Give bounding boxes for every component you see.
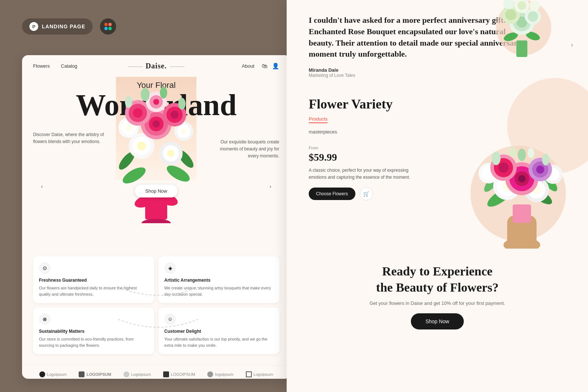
logo-1: Logoipsum bbox=[39, 371, 67, 377]
logo-6: Logoipsum bbox=[246, 371, 273, 377]
svg-point-79 bbox=[518, 149, 526, 161]
nav-logo: Daise. bbox=[125, 62, 187, 70]
nav-catalog[interactable]: Catalog bbox=[61, 63, 78, 69]
svg-point-48 bbox=[517, 1, 526, 10]
svg-point-1 bbox=[141, 219, 171, 223]
hero-content: Discover Daise, where the artistry of fl… bbox=[33, 124, 279, 249]
artistic-icon: ◈ bbox=[164, 262, 176, 274]
freshness-desc: Our flowers are handpicked daily to ensu… bbox=[39, 285, 148, 297]
product-section: From $59.99 A classic choice, perfect fo… bbox=[287, 142, 588, 252]
svg-point-32 bbox=[153, 99, 159, 105]
svg-point-29 bbox=[171, 111, 179, 119]
svg-point-50 bbox=[530, 0, 540, 11]
nav-about[interactable]: About bbox=[242, 63, 254, 69]
logo-4: LOGOIPSUM bbox=[163, 371, 196, 377]
feature-freshness: ⊙ Freshness Guaranteed Our flowers are h… bbox=[33, 256, 154, 303]
logo-5: logoipsum bbox=[207, 371, 233, 377]
product-info: From $59.99 A classic choice, perfect fo… bbox=[309, 146, 437, 200]
logos-row: Logoipsum LOGOIPSUM Logoipsum LOGOIPSUM … bbox=[22, 365, 290, 379]
artistic-desc: We create unique, stunning artsy bouquet… bbox=[164, 285, 273, 297]
cta-title: Ready to Experience the Beauty of Flower… bbox=[309, 263, 566, 296]
product-from-label: From bbox=[309, 146, 437, 150]
svg-point-13 bbox=[167, 150, 175, 157]
left-landing-card: Flowers Catalog Daise. About 🛍 👤 Your Fl… bbox=[22, 55, 290, 379]
delight-icon: ☺ bbox=[164, 313, 176, 325]
nav-flowers[interactable]: Flowers bbox=[33, 63, 50, 69]
feature-artistic: ◈ Artistic Arrangements We create unique… bbox=[158, 256, 279, 303]
svg-point-34 bbox=[160, 87, 167, 99]
svg-point-23 bbox=[153, 120, 160, 128]
svg-point-77 bbox=[536, 165, 544, 174]
product-desc: A classic choice, perfect for your way o… bbox=[309, 167, 412, 181]
choose-flowers-button[interactable]: Choose Flowers bbox=[309, 188, 355, 200]
navigation: Flowers Catalog Daise. About 🛍 👤 bbox=[22, 55, 290, 77]
freshness-icon: ⊙ bbox=[39, 262, 51, 274]
figma-icon[interactable] bbox=[100, 18, 116, 35]
variety-section: Flower Variety Products masterpieces bbox=[287, 89, 588, 142]
add-to-cart-button[interactable]: 🛒 bbox=[360, 187, 373, 200]
svg-point-82 bbox=[528, 148, 534, 158]
nav-links: Flowers Catalog bbox=[33, 63, 77, 69]
landing-page-badge: P LANDING PAGE bbox=[22, 18, 93, 35]
features-grid: ⊙ Freshness Guaranteed Our flowers are h… bbox=[22, 249, 290, 361]
testimonial-author: Miranda Dale bbox=[309, 67, 566, 73]
svg-rect-37 bbox=[516, 40, 527, 57]
svg-point-80 bbox=[542, 154, 549, 165]
toolbar: P LANDING PAGE bbox=[22, 18, 116, 35]
cta-shop-now-button[interactable]: Shop Now bbox=[411, 313, 464, 329]
svg-point-35 bbox=[125, 96, 132, 108]
freshness-title: Freshness Guaranteed bbox=[39, 278, 148, 283]
badge-text: LANDING PAGE bbox=[42, 24, 85, 29]
hero-left-text: Discover Daise, where the artistry of fl… bbox=[33, 124, 107, 145]
right-card: I couldn't have asked for a more perfect… bbox=[287, 0, 588, 392]
svg-point-71 bbox=[518, 175, 526, 182]
delight-desc: Your ultimate satisfaction is our top pr… bbox=[164, 336, 273, 348]
variety-subtitle: Products bbox=[309, 116, 327, 123]
svg-point-19 bbox=[181, 128, 187, 134]
svg-point-16 bbox=[125, 124, 132, 131]
hero-flower: Shop Now bbox=[97, 80, 215, 223]
svg-point-74 bbox=[498, 163, 509, 173]
testimonial-flower bbox=[492, 0, 559, 59]
next-arrow[interactable]: › bbox=[265, 181, 276, 192]
svg-point-81 bbox=[509, 147, 516, 158]
testimonial-role: Marketing of Love Tales bbox=[309, 73, 566, 78]
hero-right-text: Our exquisite bouquets create moments of… bbox=[213, 124, 279, 160]
testimonial-section: I couldn't have asked for a more perfect… bbox=[287, 0, 588, 89]
svg-point-33 bbox=[141, 88, 150, 101]
svg-point-44 bbox=[505, 9, 516, 20]
user-icon[interactable]: 👤 bbox=[272, 63, 279, 70]
variety-title: Flower Variety bbox=[309, 96, 566, 112]
delight-title: Customer Delight bbox=[164, 329, 273, 334]
sustainability-desc: Our store is committed to eco-friendly p… bbox=[39, 336, 148, 348]
product-flower-image bbox=[448, 146, 566, 249]
svg-point-78 bbox=[492, 152, 501, 165]
cart-icon[interactable]: 🛍 bbox=[262, 63, 268, 70]
sustainability-icon: ⊗ bbox=[39, 313, 51, 325]
cta-section: Ready to Experience the Beauty of Flower… bbox=[287, 252, 588, 340]
variety-small-text: masterpieces bbox=[309, 129, 566, 135]
product-actions: Choose Flowers 🛒 bbox=[309, 187, 437, 200]
svg-rect-53 bbox=[513, 204, 531, 223]
svg-point-26 bbox=[133, 108, 143, 118]
logo-2: LOGOIPSUM bbox=[79, 371, 111, 377]
product-price: $59.99 bbox=[309, 152, 437, 163]
svg-point-46 bbox=[528, 11, 538, 22]
svg-point-36 bbox=[178, 98, 186, 110]
p-icon: P bbox=[29, 22, 38, 31]
feature-delight: ☺ Customer Delight Your ultimate satisfa… bbox=[158, 307, 279, 354]
cta-subtitle: Get your flowers in Daise and get 10% of… bbox=[309, 300, 566, 306]
testimonial-next-arrow[interactable]: › bbox=[571, 40, 573, 49]
sustainability-title: Sustainability Matters bbox=[39, 329, 148, 334]
feature-sustainability: ⊗ Sustainability Matters Our store is co… bbox=[33, 307, 154, 354]
shop-now-button[interactable]: Shop Now bbox=[135, 185, 178, 197]
svg-point-10 bbox=[137, 142, 146, 150]
nav-icons: 🛍 👤 bbox=[262, 63, 279, 70]
prev-arrow[interactable]: ‹ bbox=[37, 181, 47, 192]
hero-section: Your Floral Wonderland Discover Daise, w… bbox=[22, 77, 290, 249]
logo-3: Logoipsum bbox=[123, 371, 151, 377]
artistic-title: Artistic Arrangements bbox=[164, 278, 273, 283]
